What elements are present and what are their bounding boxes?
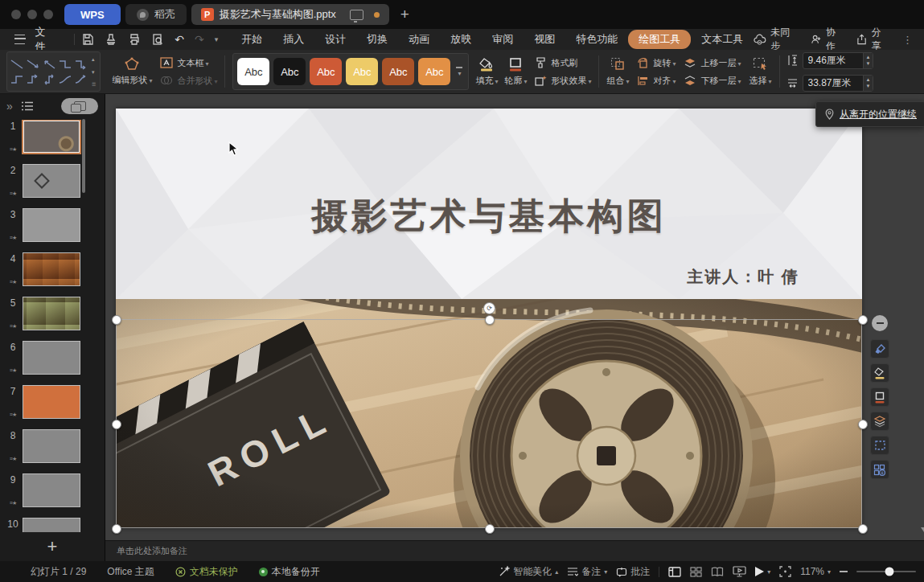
gallery-scroll-down-icon[interactable] [92, 69, 96, 76]
shape-line-arrow-up[interactable] [42, 59, 56, 70]
close-button[interactable] [11, 10, 21, 19]
menu-tab-animation[interactable]: 动画 [398, 30, 440, 49]
shape-width-input[interactable] [803, 77, 863, 88]
rotation-handle[interactable] [483, 302, 495, 314]
slide-5-preview[interactable] [23, 297, 80, 330]
print-icon[interactable] [128, 33, 141, 46]
selection-handle[interactable] [112, 315, 121, 325]
align-button[interactable]: 对齐 [637, 75, 676, 87]
slide-2-preview[interactable] [23, 164, 80, 198]
menu-tab-insert[interactable]: 插入 [273, 30, 314, 49]
rotate-button[interactable]: 旋转 [637, 57, 676, 69]
shape-curve[interactable] [58, 74, 72, 85]
print-preview-icon[interactable] [151, 33, 164, 46]
slide-photo-area[interactable]: ROLL UND [116, 299, 862, 528]
normal-view-icon[interactable] [668, 567, 681, 577]
canvas-scroll-down-icon[interactable] [921, 527, 924, 532]
stepper-up-icon[interactable] [864, 76, 873, 83]
stepper-up-icon[interactable] [864, 54, 873, 60]
slide-thumbnail-3[interactable]: 3 [3, 208, 105, 242]
shape-elbow-2-arrow[interactable] [26, 74, 40, 85]
gallery-scroll-up-icon[interactable] [92, 56, 96, 63]
outline-color-button[interactable] [870, 387, 889, 407]
thumbnail-view-toggle[interactable] [61, 98, 98, 114]
shape-elbow-arrow[interactable] [74, 59, 88, 70]
shape-style-swatch[interactable]: Abc [237, 58, 269, 85]
selection-handle[interactable] [858, 524, 868, 534]
resume-position-tooltip[interactable]: 从离开的位置继续 [815, 101, 924, 127]
fill-color-button[interactable] [870, 363, 889, 383]
zoom-out-icon[interactable] [840, 571, 848, 572]
menu-tab-design[interactable]: 设计 [314, 30, 356, 49]
notes-bar[interactable]: 单击此处添加备注 [105, 540, 924, 561]
reading-view-icon[interactable] [711, 567, 724, 577]
tab-wps-home[interactable]: WPS [64, 4, 121, 25]
menu-tab-transitions[interactable]: 切换 [356, 30, 398, 49]
shape-elbow-2[interactable] [10, 74, 24, 85]
slide-thumbnail-2[interactable]: 2 [3, 164, 105, 198]
slide-thumbnail-10[interactable]: 10 [3, 518, 105, 532]
comments-button[interactable]: 批注 [616, 565, 650, 579]
selection-pane-button[interactable] [870, 436, 889, 455]
shape-line-arrow[interactable] [26, 59, 40, 70]
selection-handle[interactable] [858, 420, 868, 429]
selection-handle[interactable] [485, 524, 495, 534]
gallery-more-icon[interactable] [92, 81, 96, 87]
maximize-button[interactable] [43, 10, 53, 19]
slide-8-preview[interactable] [23, 429, 80, 463]
slide-thumbnail-1[interactable]: 1 [3, 120, 105, 154]
tab-docer[interactable]: 稻壳 [125, 4, 187, 25]
send-backward-button[interactable]: 下移一层 [684, 75, 741, 87]
shape-curve-arrow[interactable] [74, 74, 88, 85]
menu-tab-home[interactable]: 开始 [231, 30, 273, 49]
undo-icon[interactable] [175, 33, 184, 46]
theme-name[interactable]: Office 主题 [107, 565, 154, 579]
stepper-down-icon[interactable] [864, 83, 873, 89]
object-settings-button[interactable] [870, 460, 889, 479]
slide-subtitle-text[interactable]: 主讲人：叶 倩 [630, 266, 856, 288]
slideshow-settings-icon[interactable] [733, 566, 746, 577]
menu-tab-special-features[interactable]: 特色功能 [565, 30, 628, 49]
text-box-button[interactable]: 文本框 [160, 57, 217, 69]
menu-tab-text-tools[interactable]: 文本工具 [691, 30, 754, 49]
slide-sorter-view-icon[interactable] [690, 567, 702, 577]
toolbar-options-caret[interactable] [215, 35, 219, 43]
selection-handle[interactable] [858, 315, 868, 325]
share-button[interactable]: 分享 [856, 26, 889, 53]
zoom-slider-handle[interactable] [885, 568, 893, 576]
presenter-monitor-icon[interactable] [350, 10, 363, 20]
slide-thumbnail-7[interactable]: 7 [3, 385, 105, 419]
menu-tab-view[interactable]: 视图 [524, 30, 565, 49]
shape-elbow-double-arrow[interactable] [42, 74, 56, 85]
collapse-toolbar-button[interactable] [872, 315, 888, 331]
slide-1-preview[interactable] [22, 120, 81, 154]
slide-6-preview[interactable] [23, 341, 80, 375]
save-icon[interactable] [81, 33, 94, 46]
menu-tab-drawing-tools[interactable]: 绘图工具 [628, 30, 691, 49]
selection-handle[interactable] [112, 524, 121, 534]
bring-forward-button[interactable]: 上移一层 [684, 57, 741, 69]
fit-to-window-icon[interactable] [779, 566, 791, 577]
shape-style-swatch[interactable]: Abc [382, 58, 414, 85]
format-brush-button[interactable] [870, 339, 889, 359]
shape-line[interactable] [10, 59, 24, 70]
resume-link[interactable]: 从离开的位置继续 [840, 108, 917, 121]
shape-effects-button[interactable]: 形状效果 [535, 75, 591, 87]
menu-tab-review[interactable]: 审阅 [482, 30, 524, 49]
protection-status[interactable]: 文档未保护 [175, 565, 238, 579]
shape-style-swatch[interactable]: Abc [418, 58, 450, 85]
slide-thumbnail-8[interactable]: 8 [3, 429, 105, 463]
zoom-slider[interactable] [856, 571, 916, 572]
notes-button[interactable]: 备注 [567, 565, 607, 579]
slide-thumbnail-6[interactable]: 6 [3, 341, 105, 375]
slide-title-text[interactable]: 摄影艺术与基本构图 [116, 192, 862, 240]
zoom-level-dropdown[interactable]: 117% [800, 566, 831, 577]
group-button[interactable]: 组合 [606, 57, 629, 87]
select-button[interactable]: 选择 [749, 57, 772, 87]
outline-button[interactable]: 轮廓 [504, 57, 527, 87]
shape-elbow[interactable] [58, 59, 72, 70]
output-stamp-icon[interactable] [105, 33, 117, 46]
style-gallery-more-icon[interactable] [454, 67, 464, 77]
panel-scrollbar-thumb[interactable] [82, 119, 85, 193]
width-stepper[interactable] [863, 76, 873, 91]
